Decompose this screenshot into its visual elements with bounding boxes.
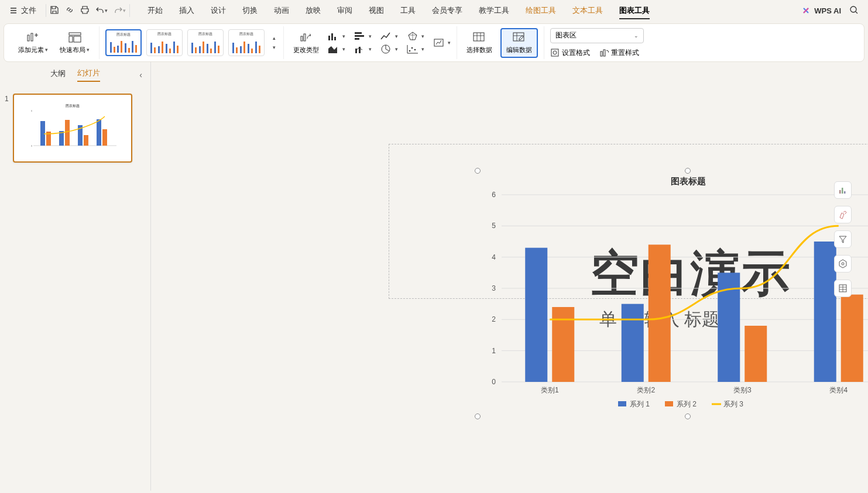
chart-style-more[interactable]: ▴▾ [270,29,277,56]
tab-design[interactable]: 设计 [203,2,234,19]
wps-ai-button[interactable]: WPS AI [801,6,841,15]
svg-rect-25 [601,51,602,56]
resize-handle-tm[interactable] [685,168,691,174]
svg-rect-61 [745,326,767,382]
svg-text:0: 0 [31,144,33,147]
tab-animation[interactable]: 动画 [266,2,297,19]
svg-rect-11 [355,32,362,34]
slide-canvas[interactable]: 空白演示 单 此 输入 标题 图表标题0123456类别1类别2类别3类别4系列… [151,62,868,491]
tab-insert[interactable]: 插入 [171,2,203,19]
svg-text:类别4: 类别4 [829,386,848,394]
file-label: 文件 [21,5,36,16]
svg-point-17 [409,50,411,52]
scatter-chart-icon[interactable]: ▾ [406,44,424,54]
select-data-label: 选择数据 [466,46,492,54]
chart-svg: 图表标题0123456类别1类别2类别3类别4系列 1系列 2系列 3 [478,171,868,417]
tab-chart-tools[interactable]: 图表工具 [611,2,658,19]
tab-start[interactable]: 开始 [139,2,171,19]
svg-rect-64 [841,295,863,382]
svg-text:2: 2 [492,315,496,323]
stock-chart-icon[interactable]: ▾ [433,37,451,48]
tab-tools[interactable]: 工具 [392,2,424,19]
svg-rect-26 [603,50,605,56]
svg-rect-66 [618,401,626,406]
svg-rect-34 [65,120,70,146]
outline-tab[interactable]: 大纲 [50,68,66,81]
tab-slideshow[interactable]: 放映 [297,2,329,19]
change-type-label: 更改类型 [293,46,319,54]
reset-style-button[interactable]: 重置样式 [599,48,639,58]
svg-rect-13 [355,38,359,40]
print-icon[interactable] [80,5,90,16]
change-type-button[interactable]: 更改类型 [290,29,323,57]
pie-chart-icon[interactable]: ▾ [380,44,398,54]
chart-area-select[interactable]: 图表区 ⌄ [550,28,644,43]
radar-chart-icon[interactable]: ▾ [406,31,424,42]
svg-text:系列 1: 系列 1 [630,400,650,408]
edit-data-button[interactable]: 编辑数据 [500,28,538,58]
tab-drawing-tools[interactable]: 绘图工具 [517,2,564,19]
svg-rect-21 [474,33,484,41]
svg-rect-37 [97,119,101,146]
svg-rect-2 [31,33,33,41]
svg-rect-73 [842,188,843,194]
svg-point-18 [411,47,413,49]
chart-style-3[interactable]: 图表标题 [187,29,224,56]
tab-vip[interactable]: 会员专享 [424,2,471,19]
thumbnail-chart: 图表标题 06 [23,100,122,156]
tab-view[interactable]: 视图 [361,2,392,19]
svg-point-19 [414,49,416,51]
svg-rect-74 [844,191,846,194]
svg-rect-55 [552,307,574,382]
settings-hex-icon[interactable] [834,255,852,273]
resize-handle-tl[interactable] [475,168,481,174]
tab-review[interactable]: 审阅 [329,2,361,19]
link-icon[interactable] [65,5,74,16]
quick-layout-button[interactable]: 快速布局▾ [56,29,93,57]
undo-icon[interactable]: ▾ [95,6,108,15]
chart-elements-icon[interactable] [834,181,852,199]
svg-rect-72 [839,190,841,194]
bar-chart-icon[interactable]: ▾ [327,31,345,42]
svg-rect-10 [334,37,336,40]
hbar-chart-icon[interactable]: ▾ [354,31,372,42]
line-chart-icon[interactable]: ▾ [380,31,398,42]
chart-type-grid: ▾ ▾ ▾ ▾ ▾ ▾ ▾ ▾ [327,31,424,54]
select-data-button[interactable]: 选择数据 [463,29,496,57]
svg-rect-7 [304,34,306,41]
tab-text-tools[interactable]: 文本工具 [564,2,611,19]
tab-transition[interactable]: 切换 [234,2,266,19]
chart-style-gallery: 图表标题 图表标题 图表标题 图表标题 ▴▾ [105,29,277,56]
chart-style-1[interactable]: 图表标题 [105,29,142,56]
area-chart-icon[interactable]: ▾ [327,44,345,54]
svg-text:4: 4 [492,253,496,261]
slides-tab[interactable]: 幻灯片 [77,68,100,82]
collapse-panel-icon[interactable]: ‹ [139,70,142,80]
svg-text:1: 1 [492,347,496,355]
slide-thumbnail-1[interactable]: 图表标题 06 [13,94,132,163]
ribbon: 添加元素▾ 快速布局▾ 图表标题 图表标题 图表标题 图表标题 ▴▾ 更改类型 … [4,23,864,62]
filter-icon[interactable] [834,230,852,248]
redo-icon[interactable]: ▾ [114,6,126,15]
resize-handle-bm[interactable] [685,413,691,419]
set-format-button[interactable]: 设置格式 [550,48,590,58]
save-icon[interactable] [50,5,59,16]
add-element-label: 添加元素 [18,46,44,54]
chart-area-value: 图表区 [555,30,577,40]
search-icon[interactable] [849,5,859,16]
chart-style-2[interactable]: 图表标题 [146,29,183,56]
file-menu[interactable]: 文件 [6,3,40,18]
combo-chart-icon[interactable]: ▾ [354,44,372,54]
data-table-icon[interactable] [834,280,852,297]
add-element-button[interactable]: 添加元素▾ [15,29,52,57]
resize-handle-bl[interactable] [475,413,481,419]
format-brush-icon[interactable] [834,206,852,223]
svg-point-24 [553,51,557,54]
svg-rect-57 [622,304,644,382]
svg-text:类别3: 类别3 [733,386,752,394]
tab-teach[interactable]: 教学工具 [471,2,517,19]
chart-object[interactable]: 图表标题0123456类别1类别2类别3类别4系列 1系列 2系列 3 [478,171,868,416]
svg-rect-12 [355,35,364,37]
svg-rect-68 [665,401,673,406]
chart-style-4[interactable]: 图表标题 [228,29,265,56]
